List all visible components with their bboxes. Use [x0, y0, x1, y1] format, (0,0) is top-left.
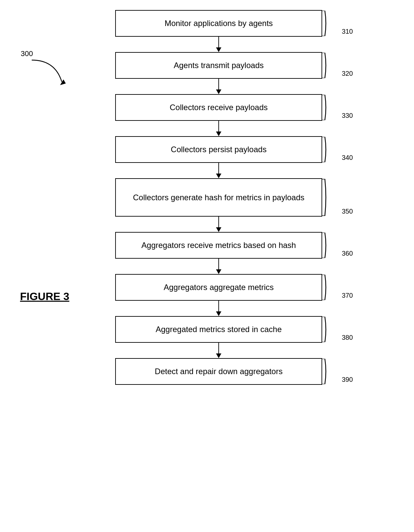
ref-label-380: 380	[342, 334, 353, 341]
arrow-line	[218, 259, 219, 269]
flow-box-370: Aggregators aggregate metrics	[115, 274, 322, 301]
connector-380	[216, 343, 221, 358]
ref-label-360: 360	[342, 250, 353, 257]
ref-label-370: 370	[342, 292, 353, 299]
ref-label-330: 330	[342, 112, 353, 119]
ref-label-390: 390	[342, 376, 353, 383]
arrow-line	[218, 163, 219, 174]
bracket-370	[322, 275, 327, 300]
bracket-320	[322, 53, 327, 78]
bracket-310	[322, 11, 327, 36]
connector-330	[216, 121, 221, 136]
flow-box-390: Detect and repair down aggregators	[115, 358, 322, 385]
flow-box-wrapper-340: Collectors persist payloads340	[102, 136, 336, 163]
flow-box-wrapper-390: Detect and repair down aggregators390	[102, 358, 336, 385]
bracket-350	[322, 179, 327, 216]
arrow-head	[216, 227, 221, 232]
arrow-head	[216, 47, 221, 52]
flow-box-320: Agents transmit payloads	[115, 52, 322, 79]
arrow-line	[218, 217, 219, 227]
flow-box-wrapper-380: Aggregated metrics stored in cache380	[102, 316, 336, 343]
page: 300 FIGURE 3 Monitor applications by age…	[0, 0, 414, 532]
flow-box-330: Collectors receive payloads	[115, 94, 322, 121]
arrow-head	[216, 353, 221, 358]
bracket-380	[322, 317, 327, 342]
ref-label-350: 350	[342, 208, 353, 215]
flow-box-380: Aggregated metrics stored in cache	[115, 316, 322, 343]
flowchart: Monitor applications by agents310Agents …	[93, 10, 344, 385]
flow-box-340: Collectors persist payloads	[115, 136, 322, 163]
arrow-head	[216, 269, 221, 274]
flow-box-wrapper-370: Aggregators aggregate metrics370	[102, 274, 336, 301]
flow-box-wrapper-330: Collectors receive payloads330	[102, 94, 336, 121]
bracket-340	[322, 137, 327, 162]
ref-label-310: 310	[342, 28, 353, 35]
arrow-head	[216, 89, 221, 94]
bracket-360	[322, 233, 327, 258]
arrow-head	[216, 311, 221, 316]
connector-360	[216, 259, 221, 274]
flow-box-wrapper-320: Agents transmit payloads320	[102, 52, 336, 79]
arrow-line	[218, 121, 219, 131]
arrow-line	[218, 79, 219, 89]
flow-box-wrapper-310: Monitor applications by agents310	[102, 10, 336, 37]
arrow-head	[216, 174, 221, 178]
connector-370	[216, 301, 221, 316]
flow-box-wrapper-360: Aggregators receive metrics based on has…	[102, 232, 336, 259]
arrow-line	[218, 301, 219, 311]
figure-label: FIGURE 3	[20, 290, 69, 303]
ref-label-340: 340	[342, 154, 353, 162]
flow-box-350: Collectors generate hash for metrics in …	[115, 178, 322, 217]
flow-box-360: Aggregators receive metrics based on has…	[115, 232, 322, 259]
ref-300-arrow	[28, 57, 68, 87]
arrow-line	[218, 37, 219, 47]
bracket-330	[322, 95, 327, 120]
connector-350	[216, 217, 221, 232]
connector-320	[216, 79, 221, 94]
connector-310	[216, 37, 221, 52]
flow-box-310: Monitor applications by agents	[115, 10, 322, 37]
flow-box-wrapper-350: Collectors generate hash for metrics in …	[102, 178, 336, 217]
arrow-line	[218, 343, 219, 353]
arrow-head	[216, 131, 221, 136]
connector-340	[216, 163, 221, 178]
bracket-390	[322, 359, 327, 384]
ref-label-320: 320	[342, 70, 353, 77]
